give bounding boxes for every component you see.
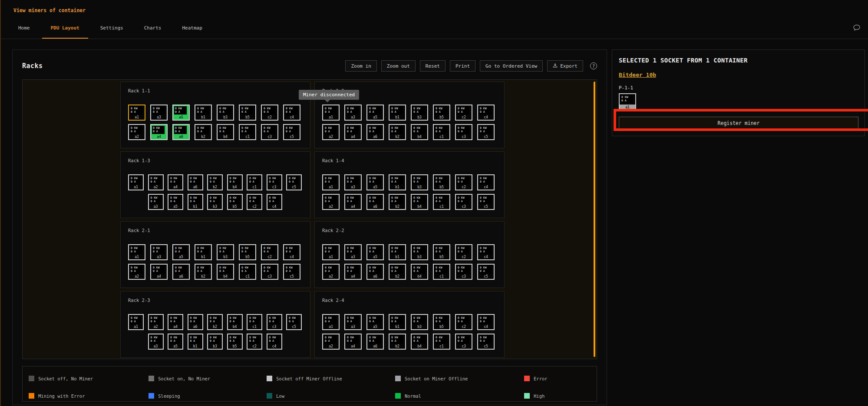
socket-rack-1-4-a5[interactable]: 0 KW0 Aa5 xyxy=(366,174,384,190)
socket-rack-2-3-b2[interactable]: 0 KW0 Ab2 xyxy=(207,314,223,330)
socket-rack-2-1-c1[interactable]: 0 KW0 Ac1 xyxy=(239,264,256,280)
zoom-in-button[interactable]: Zoom in xyxy=(345,60,376,72)
socket-rack-1-2-c2[interactable]: 0 KW0 Ac2 xyxy=(455,105,472,121)
socket-rack-2-1-b2[interactable]: 0 KW0 Ab2 xyxy=(195,264,212,280)
socket-rack-2-2-b5[interactable]: 0 KW0 Ab5 xyxy=(433,244,450,260)
socket-rack-1-4-c3[interactable]: 0 KW0 Ac3 xyxy=(455,194,472,210)
socket-rack-1-2-a5[interactable]: 0 KW0 Aa5 xyxy=(366,105,384,121)
socket-rack-2-4-c1[interactable]: 0 KW0 Ac1 xyxy=(433,334,450,350)
socket-rack-1-2-b1[interactable]: 0 KW0 Ab1 xyxy=(389,105,406,121)
socket-rack-2-3-c4[interactable]: 0 KW0 Ac4 xyxy=(267,334,282,350)
socket-rack-1-3-b2[interactable]: 0 KW0 Ab2 xyxy=(207,174,223,190)
container-link[interactable]: Bitdeer 10b xyxy=(619,72,656,78)
socket-rack-1-4-a2[interactable]: 0 KW0 Aa2 xyxy=(322,194,340,210)
socket-rack-1-3-a6[interactable]: 0 KW0 Aa6 xyxy=(188,174,203,190)
socket-rack-1-1-c1[interactable]: 0 KW0 Ac1 xyxy=(239,124,256,140)
socket-rack-1-2-a6[interactable]: 0 KW0 Aa6 xyxy=(366,124,384,140)
socket-rack-2-4-c4[interactable]: 0 KW0 Ac4 xyxy=(477,314,495,330)
socket-rack-2-2-c1[interactable]: 0 KW0 Ac1 xyxy=(433,264,450,280)
tab-pdu-layout[interactable]: PDU Layout xyxy=(42,17,88,39)
socket-rack-2-3-b4[interactable]: 0 KW0 Ab4 xyxy=(227,314,243,330)
socket-rack-1-2-c1[interactable]: 0 KW0 Ac1 xyxy=(433,124,450,140)
socket-rack-2-1-c3[interactable]: 0 KW0 Ac3 xyxy=(261,264,278,280)
socket-rack-2-1-a6[interactable]: 0 KW0 Aa6 xyxy=(172,264,190,280)
socket-rack-2-1-b3[interactable]: 0 KW0 Ab3 xyxy=(217,244,234,260)
socket-rack-2-1-a1[interactable]: 0 KW0 Aa1 xyxy=(128,244,145,260)
socket-rack-1-1-c5[interactable]: 0 KW0 Ac5 xyxy=(283,124,300,140)
socket-rack-1-1-a6[interactable]: 0 KW0 Aa6 xyxy=(172,124,190,140)
socket-rack-2-1-a4[interactable]: 0 KW0 Aa4 xyxy=(150,264,168,280)
socket-rack-1-4-c4[interactable]: 0 KW0 Ac4 xyxy=(477,174,495,190)
socket-rack-2-2-b3[interactable]: 0 KW0 Ab3 xyxy=(411,244,428,260)
socket-rack-2-1-a3[interactable]: 0 KW0 Aa3 xyxy=(150,244,168,260)
reset-button[interactable]: Reset xyxy=(420,60,446,72)
print-button[interactable]: Print xyxy=(450,60,475,72)
socket-rack-2-2-c4[interactable]: 0 KW0 Ac4 xyxy=(477,244,495,260)
socket-rack-1-4-b1[interactable]: 0 KW0 Ab1 xyxy=(389,174,406,190)
socket-rack-1-2-a1[interactable]: 0 KW0 Aa1 xyxy=(322,105,340,121)
socket-rack-1-3-c5[interactable]: 0 KW0 Ac5 xyxy=(286,174,302,190)
socket-rack-2-1-c2[interactable]: 0 KW0 Ac2 xyxy=(261,244,278,260)
tab-charts[interactable]: Charts xyxy=(135,17,170,39)
socket-rack-1-1-a2[interactable]: 0 KW0 Aa2 xyxy=(128,124,145,140)
tab-settings[interactable]: Settings xyxy=(92,17,132,39)
socket-rack-2-3-c2[interactable]: 0 KW0 Ac2 xyxy=(247,334,262,350)
socket-rack-1-4-c1[interactable]: 0 KW0 Ac1 xyxy=(433,194,450,210)
socket-rack-2-1-a5[interactable]: 0 KW0 Aa5 xyxy=(172,244,190,260)
socket-rack-1-4-c2[interactable]: 0 KW0 Ac2 xyxy=(455,174,472,190)
socket-rack-1-1-a4[interactable]: 0 KW0 Aa4 xyxy=(150,124,168,140)
socket-rack-2-4-b3[interactable]: 0 KW0 Ab3 xyxy=(411,314,428,330)
socket-rack-1-2-a3[interactable]: 0 KW0 Aa3 xyxy=(344,105,362,121)
socket-rack-2-2-c3[interactable]: 0 KW0 Ac3 xyxy=(455,264,472,280)
export-button[interactable]: Export xyxy=(547,60,583,72)
socket-rack-1-4-a1[interactable]: 0 KW0 Aa1 xyxy=(322,174,340,190)
socket-rack-1-4-a3[interactable]: 0 KW0 Aa3 xyxy=(344,174,362,190)
socket-rack-1-2-a4[interactable]: 0 KW0 Aa4 xyxy=(344,124,362,140)
socket-rack-2-1-b1[interactable]: 0 KW0 Ab1 xyxy=(195,244,212,260)
socket-rack-1-1-b2[interactable]: 0 KW0 Ab2 xyxy=(195,124,212,140)
socket-rack-1-2-b3[interactable]: 0 KW0 Ab3 xyxy=(411,105,428,121)
socket-rack-1-1-b1[interactable]: 0 KW0 Ab1 xyxy=(195,105,212,121)
socket-rack-1-1-a1[interactable]: 0 KW0 Aa1 xyxy=(128,105,145,121)
socket-rack-2-2-c5[interactable]: 0 KW0 Ac5 xyxy=(477,264,495,280)
socket-rack-2-2-a5[interactable]: 0 KW0 Aa5 xyxy=(366,244,384,260)
socket-rack-1-4-a4[interactable]: 0 KW0 Aa4 xyxy=(344,194,362,210)
socket-rack-2-3-b3[interactable]: 0 KW0 Ab3 xyxy=(207,334,223,350)
register-miner-button[interactable]: Register miner xyxy=(619,117,858,130)
socket-rack-1-3-b3[interactable]: 0 KW0 Ab3 xyxy=(207,194,223,210)
socket-rack-1-1-c4[interactable]: 0 KW0 Ac4 xyxy=(283,105,300,121)
viewport-scrollbar[interactable] xyxy=(594,82,595,357)
socket-rack-1-4-b4[interactable]: 0 KW0 Ab4 xyxy=(411,194,428,210)
socket-rack-2-4-b5[interactable]: 0 KW0 Ab5 xyxy=(433,314,450,330)
socket-rack-2-1-a2[interactable]: 0 KW0 Aa2 xyxy=(128,264,145,280)
socket-rack-2-4-c3[interactable]: 0 KW0 Ac3 xyxy=(455,334,472,350)
socket-rack-2-4-c5[interactable]: 0 KW0 Ac5 xyxy=(477,334,495,350)
socket-rack-1-2-c4[interactable]: 0 KW0 Ac4 xyxy=(477,105,495,121)
socket-rack-1-4-c5[interactable]: 0 KW0 Ac5 xyxy=(477,194,495,210)
socket-rack-1-3-a2[interactable]: 0 KW0 Aa2 xyxy=(148,174,164,190)
go-to-ordered-view-button[interactable]: Go to Ordered View xyxy=(480,60,543,72)
socket-rack-1-3-a1[interactable]: 0 KW0 Aa1 xyxy=(128,174,144,190)
socket-rack-2-1-c4[interactable]: 0 KW0 Ac4 xyxy=(283,244,300,260)
socket-rack-2-1-b4[interactable]: 0 KW0 Ab4 xyxy=(217,264,234,280)
socket-rack-2-3-b1[interactable]: 0 KW0 Ab1 xyxy=(188,334,203,350)
socket-rack-2-4-a5[interactable]: 0 KW0 Aa5 xyxy=(366,314,384,330)
socket-rack-1-2-c5[interactable]: 0 KW0 Ac5 xyxy=(477,124,495,140)
socket-rack-1-3-c4[interactable]: 0 KW0 Ac4 xyxy=(267,194,282,210)
socket-rack-1-1-c2[interactable]: 0 KW0 Ac2 xyxy=(261,105,278,121)
zoom-out-button[interactable]: Zoom out xyxy=(381,60,416,72)
socket-rack-1-3-b1[interactable]: 0 KW0 Ab1 xyxy=(188,194,203,210)
socket-rack-1-3-c3[interactable]: 0 KW0 Ac3 xyxy=(267,174,282,190)
socket-rack-2-3-a5[interactable]: 0 KW0 Aa5 xyxy=(168,334,183,350)
feedback-bubble-icon[interactable] xyxy=(852,23,861,32)
tab-home[interactable]: Home xyxy=(10,17,39,39)
socket-rack-1-1-a3[interactable]: 0 KW0 Aa3 xyxy=(150,105,168,121)
socket-rack-1-1-c3[interactable]: 0 KW0 Ac3 xyxy=(261,124,278,140)
socket-rack-1-4-b3[interactable]: 0 KW0 Ab3 xyxy=(411,174,428,190)
socket-rack-1-2-a2[interactable]: 0 KW0 Aa2 xyxy=(322,124,340,140)
socket-rack-2-3-b5[interactable]: 0 KW0 Ab5 xyxy=(227,334,243,350)
socket-rack-2-1-b5[interactable]: 0 KW0 Ab5 xyxy=(239,244,256,260)
socket-rack-2-1-c5[interactable]: 0 KW0 Ac5 xyxy=(283,264,300,280)
socket-rack-2-3-c5[interactable]: 0 KW0 Ac5 xyxy=(286,314,302,330)
socket-rack-1-1-b5[interactable]: 0 KW0 Ab5 xyxy=(239,105,256,121)
